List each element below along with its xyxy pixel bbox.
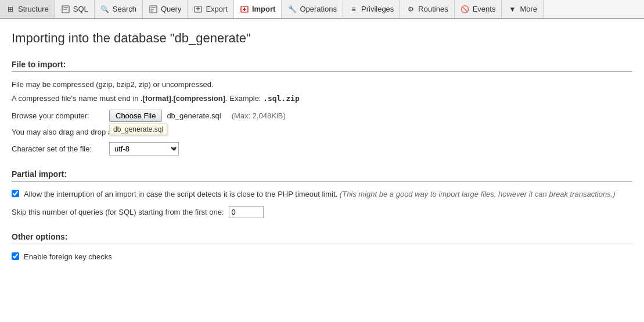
partial-import-header: Partial import: [12, 169, 632, 182]
main-content: Importing into the database "db_generate… [0, 19, 644, 288]
info-line2-bold: .[format].[compression] [141, 94, 225, 103]
browse-label: Browse your computer: [12, 111, 105, 120]
foreign-key-row: Enable foreign key checks [12, 251, 632, 263]
info-line2-prefix: A compressed file's name must end in [12, 94, 141, 103]
info-line2: A compressed file's name must end in .[f… [12, 93, 632, 104]
file-tooltip: db_generate.sql [109, 124, 167, 135]
sql-icon [61, 5, 70, 14]
operations-icon: 🔧 [287, 5, 297, 14]
tab-events-label: Events [473, 5, 496, 13]
tab-routines[interactable]: ⚙ Routines [400, 0, 454, 18]
skip-input[interactable] [229, 206, 264, 218]
tab-structure-label: Structure [18, 5, 49, 13]
tab-export[interactable]: Export [188, 0, 234, 18]
import-icon [240, 5, 249, 14]
info-line2-example: .sql.zip [263, 94, 300, 103]
structure-icon: ⊞ [6, 5, 15, 14]
privileges-icon: ≡ [349, 5, 358, 14]
file-to-import-header: File to import: [12, 60, 632, 72]
info-line1: File may be compressed (gzip, bzip2, zip… [12, 79, 632, 91]
tab-bar: ⊞ Structure SQL 🔍 Search Query Export Im… [0, 0, 644, 19]
max-size-label: (Max: 2,048KiB) [232, 111, 286, 120]
tab-more-label: More [520, 5, 537, 13]
foreign-key-label: Enable foreign key checks [24, 251, 112, 263]
charset-row: Character set of the file: utf-8 latin1 … [12, 142, 632, 155]
drag-row: You may also drag and drop a fi [12, 128, 632, 136]
search-icon: 🔍 [100, 5, 110, 14]
info-line2-suffix: . Example: [225, 94, 263, 103]
tab-routines-label: Routines [418, 5, 448, 13]
query-icon [149, 5, 158, 14]
tab-privileges[interactable]: ≡ Privileges [343, 0, 400, 18]
tab-structure[interactable]: ⊞ Structure [0, 0, 55, 18]
interrupt-checkbox[interactable] [12, 190, 19, 197]
tab-query[interactable]: Query [143, 0, 188, 18]
tab-import[interactable]: Import [234, 0, 282, 19]
file-name-display: db_generate.sql [167, 111, 221, 120]
partial-import-section: Partial import: Allow the interruption o… [12, 169, 632, 218]
interrupt-label-text: Allow the interruption of an import in c… [24, 190, 337, 198]
file-btn-wrapper: Choose File db_generate.sql [109, 110, 162, 122]
tab-sql[interactable]: SQL [55, 0, 95, 18]
page-title: Importing into the database "db_generate… [12, 31, 632, 46]
foreign-key-checkbox[interactable] [12, 252, 19, 260]
charset-select[interactable]: utf-8 latin1 utf16 utf32 [109, 142, 179, 155]
tab-operations-label: Operations [300, 5, 337, 13]
tab-search-label: Search [113, 5, 136, 13]
other-options-section: Other options: Enable foreign key checks [12, 232, 632, 263]
interrupt-label: Allow the interruption of an import in c… [24, 189, 616, 200]
tab-import-label: Import [252, 5, 275, 13]
drag-text: You may also drag and drop a fi [12, 128, 118, 136]
tab-events[interactable]: 🚫 Events [455, 0, 502, 18]
events-icon: 🚫 [460, 5, 470, 14]
interrupt-checkbox-row: Allow the interruption of an import in c… [12, 189, 632, 200]
skip-row: Skip this number of queries (for SQL) st… [12, 206, 632, 218]
choose-file-button[interactable]: Choose File [109, 110, 162, 122]
file-to-import-section: File to import: File may be compressed (… [12, 60, 632, 155]
other-options-header: Other options: [12, 232, 632, 244]
routines-icon: ⚙ [406, 5, 415, 14]
tab-more[interactable]: ▼ More [502, 0, 544, 18]
tab-query-label: Query [161, 5, 181, 13]
tab-search[interactable]: 🔍 Search [95, 0, 143, 18]
tab-operations[interactable]: 🔧 Operations [282, 0, 343, 18]
interrupt-note: (This might be a good way to import larg… [340, 190, 616, 198]
export-icon [193, 5, 203, 14]
tab-sql-label: SQL [73, 5, 88, 13]
skip-label: Skip this number of queries (for SQL) st… [12, 208, 224, 216]
browse-row: Browse your computer: Choose File db_gen… [12, 110, 632, 122]
charset-label: Character set of the file: [12, 144, 105, 153]
tab-export-label: Export [206, 5, 228, 13]
more-chevron-icon: ▼ [508, 5, 517, 14]
tab-privileges-label: Privileges [361, 5, 394, 13]
